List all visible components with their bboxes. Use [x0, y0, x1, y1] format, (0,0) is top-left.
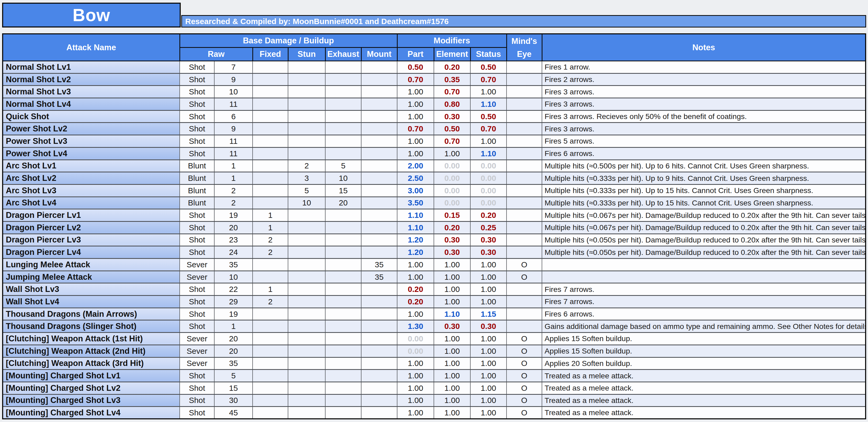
fixed-cell [253, 197, 288, 209]
damage-type-cell: Blunt [180, 160, 214, 172]
stun-cell [288, 73, 325, 86]
notes-cell: Multiple hits (≈0.333s per hit). Up to 1… [542, 184, 866, 197]
stun-cell [288, 271, 325, 283]
status-modifier-cell: 1.00 [470, 357, 506, 370]
element-modifier-cell: 0.00 [434, 160, 470, 172]
damage-type-cell: Shot [180, 320, 214, 333]
damage-type-cell: Sever [180, 271, 214, 283]
status-modifier-cell: 0.50 [470, 61, 506, 73]
attack-name-cell: [Mounting] Charged Shot Lv1 [3, 370, 180, 382]
fixed-cell [253, 382, 288, 394]
fixed-cell [253, 308, 288, 320]
header-base-damage-group: Base Damage / Buildup [180, 34, 397, 48]
attack-name-cell: Thousand Dragons (Main Arrows) [3, 308, 180, 320]
status-modifier-cell: 1.15 [470, 308, 506, 320]
mount-cell [361, 333, 397, 345]
minds-eye-cell [506, 296, 542, 308]
fixed-cell [253, 172, 288, 185]
header-modifiers-group: Modifiers [397, 34, 506, 48]
minds-eye-cell [506, 197, 542, 209]
table-row: [Mounting] Charged Shot Lv1Shot51.001.00… [3, 370, 866, 382]
attack-name-cell: Wall Shot Lv3 [3, 283, 180, 296]
fixed-cell [253, 394, 288, 407]
attack-name-cell: Dragon Piercer Lv2 [3, 221, 180, 234]
notes-cell: Treated as a melee attack. [542, 382, 866, 394]
element-modifier-cell: 1.00 [434, 357, 470, 370]
element-modifier-cell: 1.00 [434, 296, 470, 308]
raw-value-cell: 11 [214, 135, 253, 148]
fixed-cell: 1 [253, 221, 288, 234]
exhaust-cell [325, 61, 361, 73]
table-row: Arc Shot Lv2Blunt13102.500.000.00Multipl… [3, 172, 866, 185]
mount-cell [361, 345, 397, 357]
part-modifier-cell: 3.00 [397, 184, 434, 197]
table-row: Arc Shot Lv4Blunt210203.500.000.00Multip… [3, 197, 866, 209]
raw-value-cell: 30 [214, 394, 253, 407]
table-row: [Mounting] Charged Shot Lv2Shot151.001.0… [3, 382, 866, 394]
table-row: Normal Shot Lv3Shot101.000.701.00Fires 3… [3, 86, 866, 98]
notes-cell: Treated as a melee attack. [542, 407, 866, 419]
header-mount: Mount [361, 48, 397, 61]
attack-name-cell: Wall Shot Lv4 [3, 296, 180, 308]
stun-cell [288, 123, 325, 135]
status-modifier-cell: 0.20 [470, 209, 506, 221]
part-modifier-cell: 1.00 [397, 407, 434, 419]
fixed-cell [253, 160, 288, 172]
fixed-cell [253, 147, 288, 160]
exhaust-cell [325, 209, 361, 221]
raw-value-cell: 1 [214, 172, 253, 185]
element-modifier-cell: 1.00 [434, 370, 470, 382]
raw-value-cell: 24 [214, 246, 253, 259]
fixed-cell [253, 135, 288, 148]
table-row: [Mounting] Charged Shot Lv3Shot301.001.0… [3, 394, 866, 407]
part-modifier-cell: 1.20 [397, 246, 434, 259]
notes-cell: Treated as a melee attack. [542, 394, 866, 407]
header-raw: Raw [180, 48, 253, 61]
raw-value-cell: 11 [214, 98, 253, 111]
mount-cell [361, 308, 397, 320]
raw-value-cell: 10 [214, 86, 253, 98]
mount-cell [361, 172, 397, 185]
status-modifier-cell: 0.70 [470, 73, 506, 86]
part-modifier-cell: 1.30 [397, 320, 434, 333]
element-modifier-cell: 1.00 [434, 259, 470, 271]
stun-cell [288, 320, 325, 333]
table-row: Arc Shot Lv3Blunt25153.000.000.00Multipl… [3, 184, 866, 197]
table-row: Quick ShotShot61.000.300.50Fires 3 arrow… [3, 110, 866, 123]
attack-name-cell: [Mounting] Charged Shot Lv3 [3, 394, 180, 407]
mount-cell [361, 283, 397, 296]
stun-cell [288, 110, 325, 123]
status-modifier-cell: 1.00 [470, 259, 506, 271]
header-element: Element [434, 48, 470, 61]
exhaust-cell [325, 221, 361, 234]
mount-cell [361, 73, 397, 86]
minds-eye-cell: O [506, 259, 542, 271]
minds-eye-cell [506, 246, 542, 259]
status-modifier-cell: 1.00 [470, 407, 506, 419]
damage-type-cell: Shot [180, 98, 214, 111]
header-stun: Stun [288, 48, 325, 61]
exhaust-cell: 15 [325, 184, 361, 197]
part-modifier-cell: 1.10 [397, 209, 434, 221]
damage-type-cell: Shot [180, 394, 214, 407]
stun-cell: 2 [288, 160, 325, 172]
minds-eye-cell [506, 61, 542, 73]
mount-cell [361, 221, 397, 234]
minds-eye-cell [506, 135, 542, 148]
notes-cell [542, 271, 866, 283]
raw-value-cell: 23 [214, 234, 253, 246]
fixed-cell: 2 [253, 234, 288, 246]
minds-eye-cell [506, 98, 542, 111]
notes-cell: Fires 3 arrows. [542, 86, 866, 98]
table-row: Thousand Dragons (Main Arrows)Shot191.00… [3, 308, 866, 320]
stun-cell [288, 296, 325, 308]
minds-eye-cell [506, 283, 542, 296]
stun-cell [288, 394, 325, 407]
exhaust-cell [325, 246, 361, 259]
attack-name-cell: [Clutching] Weapon Attack (1st Hit) [3, 333, 180, 345]
fixed-cell [253, 357, 288, 370]
damage-type-cell: Shot [180, 283, 214, 296]
stun-cell: 10 [288, 197, 325, 209]
exhaust-cell [325, 271, 361, 283]
raw-value-cell: 20 [214, 221, 253, 234]
